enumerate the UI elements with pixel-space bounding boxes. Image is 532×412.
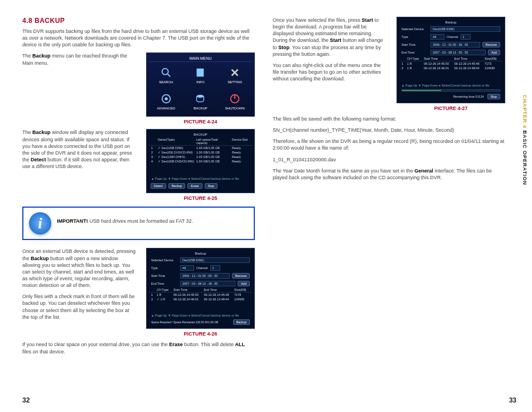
- menu-setting: SETTING: [217, 62, 252, 88]
- add-button[interactable]: Add: [238, 281, 250, 286]
- naming-example-intro: Therefore, a file shown on the DVR as be…: [273, 138, 505, 151]
- section-heading: 4.8 BACKUP: [22, 17, 255, 25]
- stop-button-2[interactable]: Stop: [487, 94, 500, 99]
- general-interface-text: The Year Date Month format is the same a…: [273, 167, 505, 181]
- svg-point-5: [197, 94, 204, 98]
- intro-text: This DVR supports backing up files from …: [22, 28, 255, 48]
- naming-example: 1_01_R_010411020000.dav: [273, 156, 505, 163]
- page-right: 33: [509, 396, 516, 404]
- backup-menu-text: The Backup menu can be reached through t…: [22, 52, 136, 66]
- svg-line-1: [168, 74, 171, 77]
- info-icon: i: [29, 212, 51, 234]
- svg-point-0: [162, 69, 168, 75]
- svg-rect-2: [197, 69, 204, 77]
- backup-button[interactable]: Backup: [168, 183, 185, 189]
- main-menu-screenshot: MAIN MENU SEARCH INFO SETTING ADVANCED B…: [146, 52, 255, 117]
- svg-point-4: [165, 97, 168, 100]
- only-files-text: Only files with a check mark in front of…: [22, 293, 136, 320]
- stop-button[interactable]: Stop: [205, 183, 217, 189]
- start-download-text: Once you have selected the files, press …: [273, 17, 386, 58]
- detect-button[interactable]: Detect: [151, 183, 166, 189]
- naming-format-intro: The files will be saved with the followi…: [273, 116, 505, 122]
- backup-progress-screenshot: Backup Selected DeviceDev(USB DISK) Type…: [396, 17, 505, 103]
- menu-info: INFO: [183, 62, 218, 88]
- menu-title: MAIN MENU: [149, 55, 252, 62]
- caption-4-27: PICTURE 4-27: [396, 106, 505, 111]
- important-callout: i IMPORTANT! USB hard drives must be for…: [22, 207, 255, 240]
- caption-4-24: PICTURE 4-24: [146, 119, 255, 124]
- remove-button[interactable]: Remove: [232, 273, 250, 279]
- backup-table-screenshot: BACKUP Name(Type)Left space/Total capaci…: [146, 129, 255, 193]
- menu-shutdown: SHUTDOWN: [217, 88, 252, 114]
- remove-button-2[interactable]: Remove: [482, 42, 500, 47]
- naming-format: SN_CH(channel number)_TYPE_TIME(Year, Mo…: [273, 127, 505, 133]
- menu-search: SEARCH: [149, 62, 183, 88]
- erase-text: If you need to clear space on your exter…: [22, 341, 255, 354]
- backup-window-text: The Backup window will display any conne…: [22, 129, 136, 170]
- menu-advanced: ADVANCED: [149, 88, 183, 114]
- menu-backup: BACKUP: [183, 88, 218, 114]
- backup-button-2[interactable]: Backup: [233, 319, 250, 325]
- rightclick-text: You can also right-click out of the menu…: [273, 62, 386, 82]
- page-left: 32: [22, 396, 30, 404]
- external-usb-text: Once an external USB device is detected,…: [22, 248, 136, 289]
- backup-device-screenshot: Backup Selected DeviceDev(USB DISK) Type…: [146, 248, 255, 329]
- chapter-tab: CHAPTER 4 BASIC OPERATION: [522, 95, 528, 185]
- caption-4-26: PICTURE 4-26: [146, 331, 255, 337]
- add-button-2[interactable]: Add: [488, 50, 500, 55]
- erase-button[interactable]: Erase: [187, 183, 202, 189]
- caption-4-25: PICTURE 4-25: [146, 195, 255, 201]
